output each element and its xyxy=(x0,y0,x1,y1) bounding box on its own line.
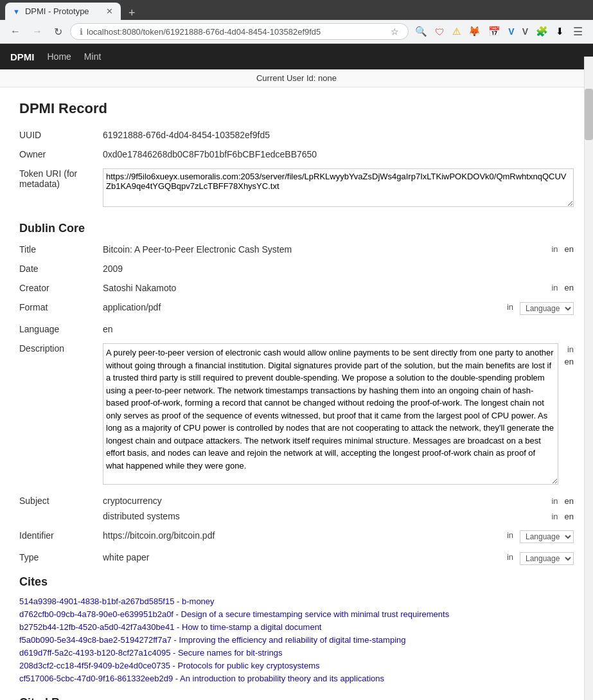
nav-home-link[interactable]: Home xyxy=(48,51,71,62)
address-bar[interactable]: ℹ localhost:8080/token/61921888-676d-4d0… xyxy=(70,23,409,40)
dc-identifier-label: Identifier xyxy=(19,530,103,541)
uuid-value: 61921888-676d-4d04-8454-103582ef9fd5 xyxy=(103,130,574,140)
dc-description-textarea[interactable]: A purely peer-to-peer version of electro… xyxy=(103,343,558,485)
info-icon: ℹ xyxy=(80,27,83,37)
cite-link-5[interactable]: 208d3cf2-cc18-4f5f-9409-b2e4d0ce0735 - P… xyxy=(19,661,574,670)
dc-description-value-container: A purely peer-to-peer version of electro… xyxy=(103,343,574,487)
dc-subject-value-1: cryptocurrency xyxy=(103,496,545,506)
nav-mint-link[interactable]: Mint xyxy=(84,51,101,62)
v-icon-2[interactable]: V xyxy=(520,25,531,38)
dc-subject-label: Subject xyxy=(19,496,103,506)
dc-identifier-row: Identifier https://bitcoin.org/bitcoin.p… xyxy=(19,530,574,543)
new-tab-button[interactable]: + xyxy=(123,6,141,20)
dc-title-in: in xyxy=(551,244,558,254)
cite-link-2[interactable]: b2752b44-12fb-4520-a5d0-42f7a430be41 - H… xyxy=(19,622,574,632)
dc-language-value: en xyxy=(103,324,574,334)
refresh-button[interactable]: ↻ xyxy=(50,24,66,39)
menu-icon[interactable]: ☰ xyxy=(569,24,587,40)
cite-link-3[interactable]: f5a0b090-5e34-49c8-bae2-5194272ff7a7 - I… xyxy=(19,635,574,645)
dc-language-row: Language en xyxy=(19,324,574,334)
dc-subject-row-1: cryptocurrency in en xyxy=(103,496,574,506)
v-icon-1[interactable]: V xyxy=(506,25,517,38)
dc-identifier-value: https://bitcoin.org/bitcoin.pdf xyxy=(103,530,500,541)
bookmark-icon[interactable]: ☆ xyxy=(391,26,399,37)
dc-format-label: Format xyxy=(19,302,103,312)
cite-link-6[interactable]: cf517006-5cbc-47d0-9f16-861332eeb2d9 - A… xyxy=(19,674,574,683)
dc-description-lang: en xyxy=(565,357,574,366)
forward-button[interactable]: → xyxy=(28,24,46,39)
dc-type-row: Type white paper in Language xyxy=(19,552,574,565)
download-icon[interactable]: ⬇ xyxy=(553,24,567,39)
cites-title: Cites xyxy=(19,575,574,589)
dc-format-row: Format application/pdf in Language xyxy=(19,302,574,315)
dc-format-in: in xyxy=(507,302,513,312)
dc-description-label: Description xyxy=(19,343,103,354)
puzzle-icon[interactable]: 🧩 xyxy=(533,24,551,39)
dc-language-label: Language xyxy=(19,324,103,334)
uuid-row: UUID 61921888-676d-4d04-8454-103582ef9fd… xyxy=(19,130,574,140)
dc-type-value-container: white paper in Language xyxy=(103,552,574,565)
dc-identifier-lang-select[interactable]: Language xyxy=(520,530,574,543)
token-uri-value-container: https://9f5ilo6xueyx.usemoralis.com:2053… xyxy=(103,168,574,209)
dc-identifier-in: in xyxy=(507,530,513,540)
dc-subject-value-container: cryptocurrency in en distributed systems… xyxy=(103,496,574,521)
dc-subject-in-2: in xyxy=(551,512,558,521)
dc-format-lang-select[interactable]: Language xyxy=(520,302,574,315)
dc-type-label: Type xyxy=(19,552,103,562)
dc-date-row: Date 2009 xyxy=(19,264,574,274)
token-uri-row: Token URI (for metadata) https://9f5ilo6… xyxy=(19,168,574,209)
dc-description-value-wrap: A purely peer-to-peer version of electro… xyxy=(103,343,558,487)
dc-format-value-container: application/pdf in Language xyxy=(103,302,574,315)
dc-type-in: in xyxy=(507,552,513,562)
browser-toolbar: ← → ↻ ℹ localhost:8080/token/61921888-67… xyxy=(0,20,593,44)
dc-description-in: in xyxy=(567,345,574,354)
tab-close-icon[interactable]: ✕ xyxy=(106,6,113,16)
dc-type-value: white paper xyxy=(103,552,500,562)
back-button[interactable]: ← xyxy=(6,24,24,39)
fox-icon[interactable]: 🦊 xyxy=(466,24,483,39)
dc-date-value: 2009 xyxy=(103,264,574,274)
active-tab[interactable]: ▼ DPMI - Prototype ✕ xyxy=(5,3,121,20)
dc-date-label: Date xyxy=(19,264,103,274)
dc-format-value: application/pdf xyxy=(103,302,500,312)
shield-icon[interactable]: 🛡 xyxy=(432,25,447,39)
app-nav: DPMI Home Mint xyxy=(0,44,593,69)
dc-creator-row: Creator Satoshi Nakamoto in en xyxy=(19,283,574,293)
tab-bar: ▼ DPMI - Prototype ✕ + xyxy=(0,0,593,20)
scrollbar-thumb[interactable] xyxy=(585,89,593,140)
uuid-label: UUID xyxy=(19,130,103,140)
cite-link-0[interactable]: 514a9398-4901-4838-b1bf-a267bd585f15 - b… xyxy=(19,597,574,606)
dc-creator-value-container: Satoshi Nakamoto in en xyxy=(103,283,574,293)
owner-value: 0xd0e17846268db0C8F7b01bfF6bCBF1edceBB76… xyxy=(103,149,574,159)
main-content: DPMI Record UUID 61921888-676d-4d04-8454… xyxy=(0,87,593,700)
dc-subject-row-2: distributed systems in en xyxy=(103,511,574,521)
search-icon[interactable]: 🔍 xyxy=(412,24,430,39)
dc-title-lang: en xyxy=(565,244,574,254)
token-uri-label: Token URI (for metadata) xyxy=(19,168,103,189)
dc-title-row: Title Bitcoin: A Peer-to-Peer Electronic… xyxy=(19,244,574,255)
owner-label: Owner xyxy=(19,149,103,159)
dc-type-lang-select[interactable]: Language xyxy=(520,552,574,565)
dc-title-value: Bitcoin: A Peer-to-Peer Electronic Cash … xyxy=(103,244,545,255)
dc-subject-row: Subject cryptocurrency in en distributed… xyxy=(19,496,574,521)
page-title: DPMI Record xyxy=(19,100,574,117)
cite-link-1[interactable]: d762cfb0-09cb-4a78-90e0-e639951b2a0f - D… xyxy=(19,609,574,619)
cites-list: 514a9398-4901-4838-b1bf-a267bd585f15 - b… xyxy=(19,597,574,683)
dc-creator-in: in xyxy=(551,283,558,292)
dc-subject-value-2: distributed systems xyxy=(103,511,545,521)
calendar-icon[interactable]: 📅 xyxy=(486,24,503,39)
scrollbar[interactable] xyxy=(584,57,593,700)
tab-favicon: ▼ xyxy=(13,8,20,15)
dc-subject-lang-1: en xyxy=(565,496,574,506)
cite-link-4[interactable]: d619d7ff-5a2c-4193-b120-8cf27a1c4095 - S… xyxy=(19,648,574,658)
cited-by-title: Cited By xyxy=(19,696,574,700)
dc-identifier-value-container: https://bitcoin.org/bitcoin.pdf in Langu… xyxy=(103,530,574,543)
dc-title-value-container: Bitcoin: A Peer-to-Peer Electronic Cash … xyxy=(103,244,574,255)
dc-creator-value: Satoshi Nakamoto xyxy=(103,283,545,293)
toolbar-icons: 🔍 🛡 ⚠ 🦊 📅 V V 🧩 ⬇ ☰ xyxy=(412,24,587,40)
dublin-core-title: Dublin Core xyxy=(19,222,574,235)
token-uri-textarea[interactable]: https://9f5ilo6xueyx.usemoralis.com:2053… xyxy=(103,168,574,207)
dc-subject-in-1: in xyxy=(551,496,558,506)
dc-description-row: Description A purely peer-to-peer versio… xyxy=(19,343,574,487)
dc-description-lang-container: in en xyxy=(565,343,574,366)
